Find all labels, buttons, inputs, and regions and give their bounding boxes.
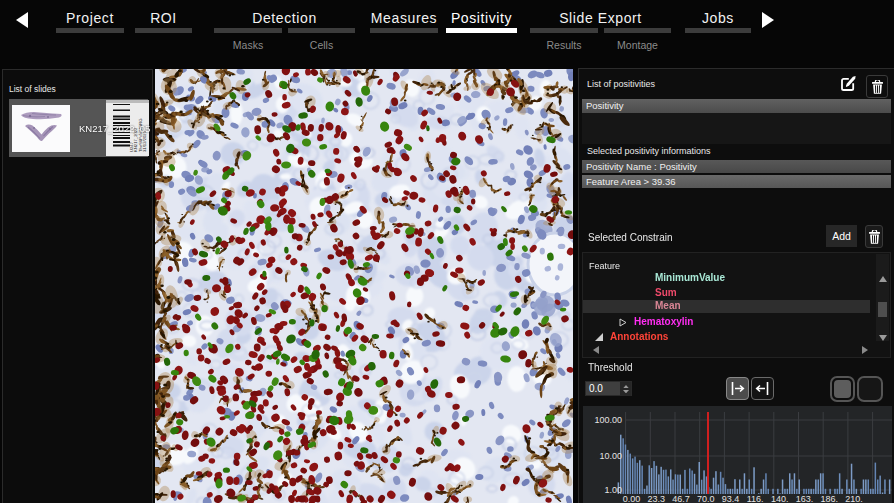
svg-text:0.00: 0.00 (623, 494, 641, 503)
svg-text:1.00: 1.00 (604, 485, 622, 495)
svg-text:46.7: 46.7 (672, 494, 690, 503)
svg-text:93.4: 93.4 (722, 494, 740, 503)
svg-text:210.: 210. (845, 494, 863, 503)
svg-text:186.: 186. (820, 494, 838, 503)
svg-text:163.: 163. (796, 494, 814, 503)
svg-text:100.00: 100.00 (594, 415, 622, 425)
svg-text:116.: 116. (747, 494, 764, 503)
svg-text:140.: 140. (771, 494, 789, 503)
svg-text:70.0: 70.0 (697, 494, 715, 503)
svg-text:23.3: 23.3 (648, 494, 666, 503)
svg-text:10.00: 10.00 (599, 451, 622, 461)
